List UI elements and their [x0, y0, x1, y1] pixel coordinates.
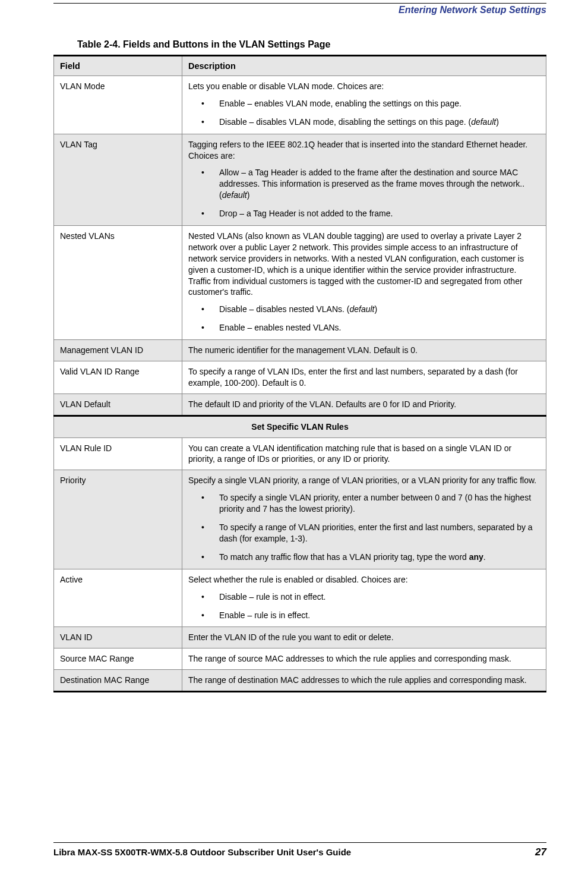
row-priority: Priority Specify a single VLAN priority,…: [54, 470, 546, 569]
cell-description: Tagging refers to the IEEE 802.1Q header…: [182, 134, 546, 225]
cell-description: To specify a range of VLAN IDs, enter th…: [182, 361, 546, 394]
bullet: To specify a range of VLAN priorities, e…: [188, 522, 540, 544]
cell-field: Active: [54, 569, 182, 627]
table-caption: Table 2-4. Fields and Buttons in the VLA…: [77, 39, 546, 50]
cell-description: Select whether the rule is enabled or di…: [182, 569, 546, 627]
cell-description: The numeric identifier for the managemen…: [182, 340, 546, 361]
cell-description: You can create a VLAN identification mat…: [182, 437, 546, 470]
bullet: Enable – rule is in effect.: [188, 610, 540, 621]
cell-description: Nested VLANs (also known as VLAN double …: [182, 226, 546, 340]
footer-page-number: 27: [535, 846, 546, 858]
bullet: Disable – rule is not in effect.: [188, 591, 540, 603]
cell-description: The default ID and priority of the VLAN.…: [182, 393, 546, 415]
bullet: Disable – disables nested VLANs. (defaul…: [188, 304, 540, 315]
cell-field: Destination MAC Range: [54, 670, 182, 692]
intro-text: Select whether the rule is enabled or di…: [188, 575, 408, 584]
intro-text: Tagging refers to the IEEE 802.1Q header…: [188, 140, 527, 160]
section-heading: Set Specific VLAN Rules: [54, 415, 546, 437]
row-vlan-mode: VLAN Mode Lets you enable or disable VLA…: [54, 76, 546, 134]
cell-field: Priority: [54, 470, 182, 569]
running-header: Entering Network Setup Settings: [53, 5, 546, 15]
cell-description: Lets you enable or disable VLAN mode. Ch…: [182, 76, 546, 134]
row-nested-vlans: Nested VLANs Nested VLANs (also known as…: [54, 226, 546, 340]
cell-description: Specify a single VLAN priority, a range …: [182, 470, 546, 569]
row-active: Active Select whether the rule is enable…: [54, 569, 546, 627]
bullet: Allow – a Tag Header is added to the fra…: [188, 167, 540, 201]
footer-doc-title: Libra MAX-SS 5X00TR-WMX-5.8 Outdoor Subs…: [53, 847, 351, 857]
intro-text: Specify a single VLAN priority, a range …: [188, 476, 536, 485]
cell-field: Management VLAN ID: [54, 340, 182, 361]
row-valid-range: Valid VLAN ID Range To specify a range o…: [54, 361, 546, 394]
bullet: Disable – disables VLAN mode, disabling …: [188, 117, 540, 128]
row-dst-mac: Destination MAC Range The range of desti…: [54, 670, 546, 692]
cell-field: VLAN ID: [54, 627, 182, 648]
row-vlan-id: VLAN ID Enter the VLAN ID of the rule yo…: [54, 627, 546, 648]
bullet: Enable – enables nested VLANs.: [188, 322, 540, 333]
row-mgmt-vlan-id: Management VLAN ID The numeric identifie…: [54, 340, 546, 361]
row-vlan-tag: VLAN Tag Tagging refers to the IEEE 802.…: [54, 134, 546, 225]
row-src-mac: Source MAC Range The range of source MAC…: [54, 648, 546, 670]
cell-field: Valid VLAN ID Range: [54, 361, 182, 394]
intro-text: Lets you enable or disable VLAN mode. Ch…: [188, 81, 384, 91]
cell-field: Source MAC Range: [54, 648, 182, 670]
col-description: Description: [182, 56, 546, 76]
cell-description: Enter the VLAN ID of the rule you want t…: [182, 627, 546, 648]
col-field: Field: [54, 56, 182, 76]
cell-field: Nested VLANs: [54, 226, 182, 340]
vlan-settings-table: Field Description VLAN Mode Lets you ena…: [53, 55, 546, 692]
row-vlan-default: VLAN Default The default ID and priority…: [54, 393, 546, 415]
bullet: To match any traffic flow that has a VLA…: [188, 552, 540, 563]
intro-text: Nested VLANs (also known as VLAN double …: [188, 231, 524, 297]
bullet: Drop – a Tag Header is not added to the …: [188, 208, 540, 219]
bullet: To specify a single VLAN priority, enter…: [188, 492, 540, 515]
cell-description: The range of destination MAC addresses t…: [182, 670, 546, 692]
cell-field: VLAN Default: [54, 393, 182, 415]
cell-field: VLAN Mode: [54, 76, 182, 134]
cell-field: VLAN Tag: [54, 134, 182, 225]
cell-description: The range of source MAC addresses to whi…: [182, 648, 546, 670]
bullet: Enable – enables VLAN mode, enabling the…: [188, 98, 540, 109]
cell-field: VLAN Rule ID: [54, 437, 182, 470]
row-section-rules: Set Specific VLAN Rules: [54, 415, 546, 437]
page-footer: Libra MAX-SS 5X00TR-WMX-5.8 Outdoor Subs…: [53, 842, 546, 858]
row-rule-id: VLAN Rule ID You can create a VLAN ident…: [54, 437, 546, 470]
